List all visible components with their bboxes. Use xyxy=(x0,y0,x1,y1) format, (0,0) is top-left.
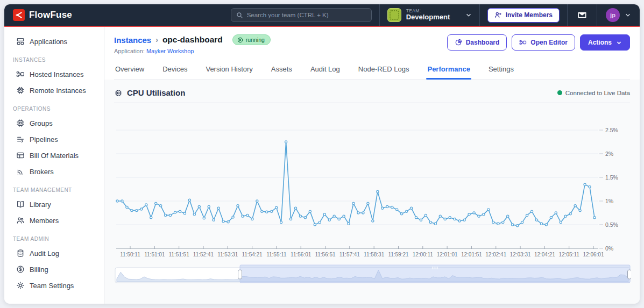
sidebar-item-library[interactable]: Library xyxy=(4,196,104,212)
chevron-down-icon xyxy=(465,12,472,18)
performance-panel: CPU Utilisation Connected to Live Data 0… xyxy=(104,80,640,304)
sidebar-item-billing[interactable]: Billing xyxy=(4,261,104,277)
brush-handle[interactable] xyxy=(238,270,242,279)
sidebar-item-label: Audit Log xyxy=(30,249,59,257)
app-window: FlowFuse TEAM: Development Invite Member… xyxy=(4,4,640,304)
svg-text:11:50:11: 11:50:11 xyxy=(120,252,140,257)
tab-node-red-logs[interactable]: Node-RED Logs xyxy=(357,63,411,79)
instance-tabs: OverviewDevicesVersion HistoryAssetsAudi… xyxy=(114,63,630,80)
person-plus-icon xyxy=(494,11,502,19)
open-editor-button[interactable]: Open Editor xyxy=(512,34,575,51)
sidebar: ApplicationsINSTANCESHosted InstancesRem… xyxy=(4,27,104,304)
groups-icon xyxy=(16,119,25,127)
sidebar-item-members[interactable]: Members xyxy=(4,212,104,228)
sidebar-item-remote-instances[interactable]: Remote Instances xyxy=(4,82,104,98)
remote-instances-icon xyxy=(16,86,25,95)
sidebar-section-label: OPERATIONS xyxy=(4,98,104,115)
sidebar-item-team-settings[interactable]: Team Settings xyxy=(4,277,104,293)
team-name: Development xyxy=(406,13,450,22)
svg-text:2%: 2% xyxy=(605,151,613,157)
search-input[interactable] xyxy=(247,12,366,18)
tab-audit-log[interactable]: Audit Log xyxy=(309,63,341,79)
sidebar-item-label: Brokers xyxy=(30,168,54,176)
play-circle-icon xyxy=(237,37,243,43)
billing-icon xyxy=(16,265,25,274)
sidebar-item-groups[interactable]: Groups xyxy=(4,115,104,131)
breadcrumb: Instances › opc-dashboard running xyxy=(114,34,271,45)
application-label: Application: xyxy=(114,48,145,54)
svg-text:12:02:41: 12:02:41 xyxy=(485,252,506,257)
tab-assets[interactable]: Assets xyxy=(270,63,293,79)
user-avatar: jp xyxy=(606,8,620,22)
svg-text:1.5%: 1.5% xyxy=(605,174,618,181)
node-editor-icon xyxy=(519,39,527,46)
audit-log-icon xyxy=(16,249,25,257)
sidebar-item-label: Applications xyxy=(30,38,67,46)
sidebar-item-brokers[interactable]: Brokers xyxy=(4,163,104,180)
svg-text:11:59:21: 11:59:21 xyxy=(388,252,409,257)
svg-text:12:01:01: 12:01:01 xyxy=(437,252,458,257)
breadcrumb-separator: › xyxy=(155,35,158,44)
instance-name: opc-dashboard xyxy=(162,35,223,45)
tab-settings[interactable]: Settings xyxy=(487,63,515,79)
hosted-instances-icon xyxy=(16,70,25,78)
svg-text:12:01:51: 12:01:51 xyxy=(461,252,482,257)
members-icon xyxy=(16,216,25,225)
bill-of-materials-icon xyxy=(16,151,25,160)
svg-text:12:06:01: 12:06:01 xyxy=(583,252,604,257)
svg-text:2.5%: 2.5% xyxy=(605,127,618,133)
notifications-button[interactable] xyxy=(568,10,597,20)
instance-header: Instances › opc-dashboard running Applic… xyxy=(104,27,640,80)
sidebar-item-label: Team Settings xyxy=(30,282,74,290)
envelope-icon xyxy=(577,10,587,20)
tab-performance[interactable]: Performance xyxy=(426,63,471,79)
sidebar-item-hosted-instances[interactable]: Hosted Instances xyxy=(4,66,104,82)
sidebar-item-label: Library xyxy=(30,200,51,209)
actions-button[interactable]: Actions xyxy=(580,34,630,51)
svg-text:1%: 1% xyxy=(605,198,613,204)
brush-handle[interactable] xyxy=(628,270,632,279)
svg-text:11:51:01: 11:51:01 xyxy=(144,252,165,257)
top-navbar: FlowFuse TEAM: Development Invite Member… xyxy=(4,4,640,26)
chart-range-selector[interactable] xyxy=(114,264,631,284)
sidebar-item-pipelines[interactable]: Pipelines xyxy=(4,131,104,147)
live-status: Connected to Live Data xyxy=(557,90,630,96)
tab-devices[interactable]: Devices xyxy=(161,63,188,79)
sidebar-section-label: INSTANCES xyxy=(4,49,104,66)
svg-text:11:52:41: 11:52:41 xyxy=(193,252,214,257)
sidebar-item-bill-of-materials[interactable]: Bill Of Materials xyxy=(4,147,104,163)
brokers-icon xyxy=(16,167,25,176)
sidebar-item-label: Remote Instances xyxy=(30,87,86,95)
chart-title: CPU Utilisation xyxy=(127,88,185,97)
invite-members-button[interactable]: Invite Members xyxy=(487,8,560,23)
sidebar-item-label: Groups xyxy=(30,119,53,127)
sidebar-item-label: Hosted Instances xyxy=(30,70,83,78)
svg-text:12:03:31: 12:03:31 xyxy=(510,252,531,257)
team-avatar xyxy=(387,8,401,22)
tab-overview[interactable]: Overview xyxy=(114,63,145,79)
sidebar-item-audit-log[interactable]: Audit Log xyxy=(4,245,104,261)
sidebar-item-applications[interactable]: Applications xyxy=(4,33,104,49)
pipelines-icon xyxy=(16,135,25,144)
nav-divider xyxy=(479,4,480,26)
svg-text:11:53:31: 11:53:31 xyxy=(217,252,238,257)
applications-icon xyxy=(16,37,25,46)
application-link[interactable]: Mayker Workshop xyxy=(146,48,194,54)
team-settings-icon xyxy=(16,281,25,290)
svg-text:0%: 0% xyxy=(605,245,613,252)
pie-chart-icon xyxy=(455,39,462,46)
breadcrumb-instances-link[interactable]: Instances xyxy=(114,35,151,45)
user-menu[interactable]: jp xyxy=(597,8,640,22)
status-badge: running xyxy=(232,34,271,45)
team-selector[interactable]: TEAM: Development xyxy=(380,4,479,26)
chevron-down-icon xyxy=(625,12,631,18)
tab-version-history[interactable]: Version History xyxy=(204,63,253,79)
dashboard-button[interactable]: Dashboard xyxy=(447,34,507,51)
team-search[interactable] xyxy=(231,8,372,22)
flowfuse-logo[interactable]: FlowFuse xyxy=(4,9,81,21)
sidebar-item-label: Pipelines xyxy=(30,135,58,144)
sidebar-section-label: TEAM ADMIN xyxy=(4,228,104,245)
flowfuse-logo-icon xyxy=(13,9,25,21)
svg-text:12:05:11: 12:05:11 xyxy=(559,252,580,257)
svg-text:0.5%: 0.5% xyxy=(605,221,618,228)
